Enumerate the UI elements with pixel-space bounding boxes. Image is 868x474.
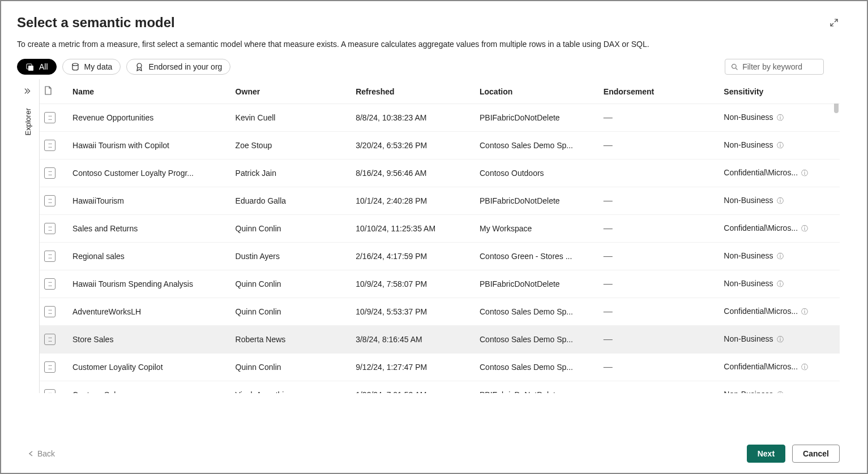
cancel-button[interactable]: Cancel: [792, 445, 840, 463]
svg-point-3: [137, 63, 142, 68]
cell-refreshed: 8/16/24, 9:56:46 AM: [351, 160, 475, 187]
page-title: Select a semantic model: [17, 15, 851, 31]
dataset-icon: ⁚⁚⁚: [44, 389, 55, 393]
table-row[interactable]: ⁚⁚⁚Revenue OpportunitiesKevin Cuell8/8/2…: [40, 104, 840, 132]
info-icon: ⓘ: [777, 279, 784, 289]
table-row[interactable]: ⁚⁚⁚Sales and ReturnsQuinn Conlin10/10/24…: [40, 215, 840, 243]
svg-rect-1: [28, 66, 33, 71]
table-row[interactable]: ⁚⁚⁚Customer Loyality CopilotQuinn Conlin…: [40, 354, 840, 381]
col-header-icon[interactable]: [40, 79, 68, 104]
cell-name: HawaiiTourism: [68, 187, 231, 215]
cell-sensitivity: Non-Businessⓘ: [719, 187, 840, 215]
cell-name: Hawaii Tourism with Copilot: [68, 132, 231, 160]
cylinder-icon: [71, 62, 80, 71]
cell-name: AdventureWorksLH: [68, 298, 231, 326]
search-input[interactable]: [742, 62, 818, 71]
cell-location: PBIFabricDoNotDelete: [475, 187, 599, 215]
search-icon: [731, 63, 738, 71]
cell-location: PBIFabricDoNotDelete: [475, 381, 599, 394]
table-row[interactable]: ⁚⁚⁚AdventureWorksLHQuinn Conlin10/9/24, …: [40, 298, 840, 326]
dataset-icon: ⁚⁚⁚: [44, 112, 55, 123]
cell-owner: Roberta News: [231, 326, 352, 354]
stack-icon: [25, 62, 35, 71]
cell-sensitivity: Confidential\Micros...ⓘ: [719, 298, 840, 326]
cell-endorsement: —: [599, 243, 720, 270]
cell-sensitivity: Confidential\Micros...ⓘ: [719, 215, 840, 243]
svg-point-4: [732, 64, 737, 68]
cell-owner: Dustin Ayers: [231, 243, 352, 270]
filter-my-data[interactable]: My data: [62, 59, 121, 75]
filter-endorsed[interactable]: Endorsed in your org: [126, 59, 230, 75]
col-header-owner[interactable]: Owner: [231, 79, 352, 104]
chevron-left-icon: [28, 451, 34, 456]
back-button[interactable]: Back: [28, 449, 55, 458]
table-row[interactable]: ⁚⁚⁚Regional salesDustin Ayers2/16/24, 4:…: [40, 243, 840, 270]
table-row[interactable]: ⁚⁚⁚Hawaii Tourism Spending AnalysisQuinn…: [40, 270, 840, 298]
info-icon: ⓘ: [801, 307, 808, 317]
cell-sensitivity: Non-Businessⓘ: [719, 270, 840, 298]
cell-refreshed: 9/12/24, 1:27:47 PM: [351, 354, 475, 381]
cell-sensitivity: Non-Businessⓘ: [719, 104, 840, 132]
cell-name: Store Sales: [68, 326, 231, 354]
filter-endorsed-label: Endorsed in your org: [148, 62, 222, 71]
collapse-icon[interactable]: [24, 87, 32, 97]
cell-refreshed: 2/16/24, 4:17:59 PM: [351, 243, 475, 270]
datasets-table: Name Owner Refreshed Location Endorsemen…: [40, 79, 840, 393]
cell-location: Contoso Sales Demo Sp...: [475, 132, 599, 160]
cell-location: Contoso Green - Stores ...: [475, 243, 599, 270]
filter-all[interactable]: All: [17, 59, 57, 75]
cell-endorsement: [599, 160, 720, 187]
expand-icon[interactable]: [829, 18, 839, 29]
cell-name: Contoso Customer Loyalty Progr...: [68, 160, 231, 187]
cell-endorsement: —: [599, 381, 720, 394]
search-box[interactable]: [725, 59, 824, 75]
next-button[interactable]: Next: [747, 445, 785, 463]
explorer-panel: Explorer: [17, 79, 40, 393]
page-subtitle: To create a metric from a measure, first…: [1, 37, 867, 59]
cell-refreshed: 10/10/24, 11:25:35 AM: [351, 215, 475, 243]
cell-refreshed: 3/8/24, 8:16:45 AM: [351, 326, 475, 354]
cell-location: Contoso Outdoors: [475, 160, 599, 187]
col-header-endorsement[interactable]: Endorsement: [599, 79, 720, 104]
info-icon: ⓘ: [777, 335, 784, 344]
table-row[interactable]: ⁚⁚⁚Hawaii Tourism with CopilotZoe Stoup3…: [40, 132, 840, 160]
cell-endorsement: —: [599, 354, 720, 381]
dataset-icon: ⁚⁚⁚: [44, 334, 55, 345]
dataset-icon: ⁚⁚⁚: [44, 195, 55, 206]
cell-endorsement: —: [599, 298, 720, 326]
cell-location: PBIFabricDoNotDelete: [475, 104, 599, 132]
table-row[interactable]: ⁚⁚⁚Store SalesRoberta News3/8/24, 8:16:4…: [40, 326, 840, 354]
cell-sensitivity: Non-Businessⓘ: [719, 243, 840, 270]
info-icon: ⓘ: [777, 252, 784, 261]
cell-name: Regional sales: [68, 243, 231, 270]
svg-point-2: [72, 63, 78, 66]
info-icon: ⓘ: [801, 363, 808, 372]
dataset-icon: ⁚⁚⁚: [44, 251, 55, 262]
cell-owner: Vivek Awasthi: [231, 381, 352, 394]
info-icon: ⓘ: [777, 113, 784, 123]
info-icon: ⓘ: [777, 196, 784, 206]
col-header-location[interactable]: Location: [475, 79, 599, 104]
table-row[interactable]: ⁚⁚⁚Contoso SalesVivek Awasthi1/22/24, 7:…: [40, 381, 840, 394]
cell-refreshed: 10/1/24, 2:40:28 PM: [351, 187, 475, 215]
col-header-name[interactable]: Name: [68, 79, 231, 104]
cell-endorsement: —: [599, 187, 720, 215]
cell-owner: Quinn Conlin: [231, 354, 352, 381]
cell-owner: Quinn Conlin: [231, 298, 352, 326]
cell-endorsement: —: [599, 132, 720, 160]
table-row[interactable]: ⁚⁚⁚Contoso Customer Loyalty Progr...Patr…: [40, 160, 840, 187]
col-header-refreshed[interactable]: Refreshed: [351, 79, 475, 104]
table-row[interactable]: ⁚⁚⁚HawaiiTourismEduardo Galla10/1/24, 2:…: [40, 187, 840, 215]
col-header-sensitivity[interactable]: Sensitivity: [719, 79, 840, 104]
dataset-icon: ⁚⁚⁚: [44, 361, 55, 373]
cell-endorsement: —: [599, 215, 720, 243]
info-icon: ⓘ: [777, 390, 784, 393]
cell-sensitivity: Confidential\Micros...ⓘ: [719, 354, 840, 381]
info-icon: ⓘ: [801, 224, 808, 234]
dataset-icon: ⁚⁚⁚: [44, 278, 55, 290]
cell-owner: Patrick Jain: [231, 160, 352, 187]
cell-endorsement: —: [599, 104, 720, 132]
dataset-icon: ⁚⁚⁚: [44, 140, 55, 151]
cell-sensitivity: Non-Businessⓘ: [719, 381, 840, 394]
cell-owner: Kevin Cuell: [231, 104, 352, 132]
